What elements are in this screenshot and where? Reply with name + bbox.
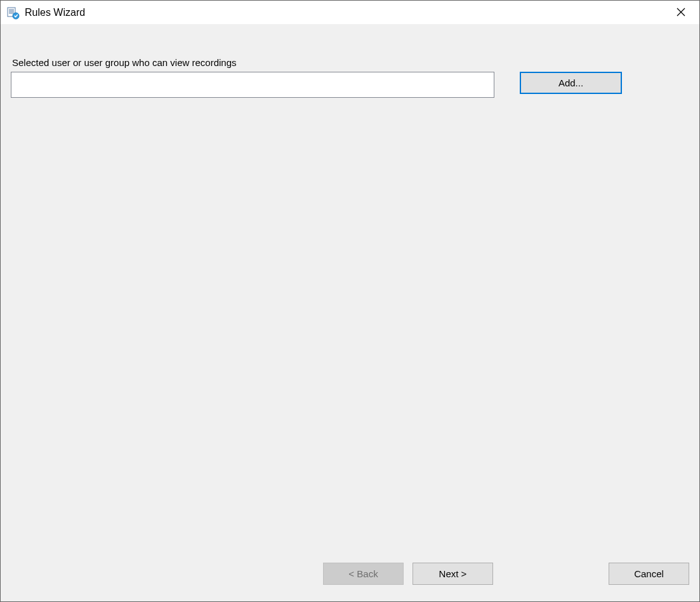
wizard-button-bar: < Back Next > Cancel [11, 563, 689, 585]
next-button[interactable]: Next > [413, 563, 493, 585]
field-row: Add... [11, 72, 689, 98]
wizard-content: Selected user or user group who can view… [1, 24, 699, 601]
add-button[interactable]: Add... [520, 72, 622, 94]
window-title: Rules Wizard [25, 1, 663, 25]
cancel-button[interactable]: Cancel [609, 563, 689, 585]
back-button: < Back [323, 563, 404, 585]
close-icon [677, 8, 685, 18]
title-bar: Rules Wizard [1, 1, 699, 25]
wizard-icon [7, 7, 20, 20]
selected-users-input[interactable] [11, 72, 494, 98]
svg-point-5 [13, 13, 19, 19]
selected-users-label: Selected user or user group who can view… [12, 57, 689, 68]
close-button[interactable] [663, 1, 699, 25]
